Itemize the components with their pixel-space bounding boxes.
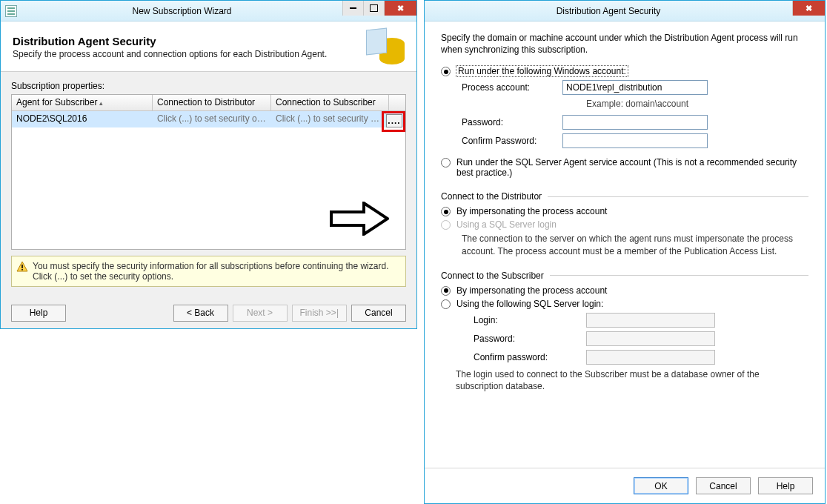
radio-dist-impersonate-label: By impersonating the process account	[456, 206, 607, 216]
radio-icon[interactable]	[441, 158, 451, 168]
cell-distributor[interactable]: Click (...) to set security opti...	[153, 111, 271, 127]
radio-icon[interactable]	[441, 286, 451, 296]
ok-button[interactable]: OK	[634, 477, 688, 494]
wizard-title: New Subscription Wizard	[21, 6, 342, 16]
process-account-input[interactable]	[562, 80, 708, 95]
help-button[interactable]: Help	[11, 305, 66, 322]
svg-rect-1	[21, 265, 23, 268]
radio-dist-sql-login: Using a SQL Server login	[441, 219, 808, 230]
radio-sub-impersonate-label: By impersonating the process account	[456, 285, 607, 296]
col-subscriber[interactable]: Connection to Subscriber	[271, 95, 389, 110]
group-connect-distributor: Connect to the Distributor	[441, 191, 808, 202]
radio-icon[interactable]	[441, 67, 451, 76]
radio-dist-sql-login-label: Using a SQL Server login	[456, 219, 557, 230]
process-account-label: Process account:	[441, 82, 562, 93]
sub-password-label: Password:	[441, 334, 586, 344]
radio-dist-impersonate[interactable]: By impersonating the process account	[441, 206, 808, 216]
radio-run-windows[interactable]: Run under the following Windows account:	[441, 66, 808, 76]
col-distributor[interactable]: Connection to Distributor	[153, 95, 271, 110]
app-icon	[5, 5, 17, 17]
back-button[interactable]: < Back	[173, 305, 228, 322]
radio-run-windows-label: Run under the following Windows account:	[456, 66, 628, 76]
sub-password-input	[586, 331, 715, 346]
warning-text: You must specify the security informatio…	[33, 261, 388, 282]
warning-panel: You must specify the security informatio…	[11, 256, 406, 287]
next-button: Next >	[233, 305, 288, 322]
radio-icon[interactable]	[441, 299, 451, 309]
group-connect-subscriber: Connect to the Subscriber	[441, 271, 808, 281]
radio-sub-sql-login-label: Using the following SQL Server login:	[456, 299, 603, 309]
cancel-button[interactable]: Cancel	[351, 305, 406, 322]
wizard-graphic	[366, 29, 405, 64]
login-label: Login:	[441, 315, 586, 325]
password-label: Password:	[441, 117, 562, 127]
close-button[interactable]	[384, 1, 416, 16]
security-dialog: Distribution Agent Security Specify the …	[424, 0, 826, 504]
svg-rect-2	[21, 269, 23, 271]
wizard-header: Distribution Agent Security Specify the …	[1, 21, 416, 72]
wizard-footer: Help < Back Next > Finish >>| Cancel	[1, 297, 416, 328]
sub-confirm-label: Confirm password:	[441, 352, 586, 362]
login-input	[586, 313, 715, 328]
finish-button: Finish >>|	[292, 305, 347, 322]
wizard-titlebar[interactable]: New Subscription Wizard	[1, 1, 416, 21]
dialog-body: Specify the domain or machine account un…	[425, 21, 825, 468]
col-agent[interactable]: Agent for Subscriber	[12, 95, 153, 110]
minimize-button[interactable]	[342, 1, 363, 16]
radio-run-sqlagent-label: Run under the SQL Server Agent service a…	[456, 157, 808, 178]
radio-run-sqlagent[interactable]: Run under the SQL Server Agent service a…	[441, 157, 808, 178]
password-input[interactable]	[562, 115, 708, 130]
dialog-close-button[interactable]	[792, 1, 825, 16]
wizard-heading: Distribution Agent Security	[13, 35, 327, 47]
dialog-title: Distribution Agent Security	[425, 6, 792, 16]
distributor-note: The connection to the server on which th…	[441, 233, 808, 256]
wizard-subheading: Specify the process account and connecti…	[13, 49, 327, 59]
grid-row[interactable]: NODE2\SQL2016 Click (...) to set securit…	[12, 111, 405, 127]
warning-icon	[16, 261, 28, 273]
dialog-footer: OK Cancel Help	[425, 468, 825, 503]
maximize-button[interactable]	[363, 1, 384, 16]
subscription-grid[interactable]: Agent for Subscriber Connection to Distr…	[11, 94, 406, 250]
dialog-titlebar[interactable]: Distribution Agent Security	[425, 1, 825, 21]
radio-sub-sql-login[interactable]: Using the following SQL Server login:	[441, 299, 808, 309]
wizard-body: Subscription properties: Agent for Subsc…	[1, 72, 416, 297]
properties-label: Subscription properties:	[11, 81, 406, 91]
subscriber-note: The login used to connect to the Subscri…	[441, 368, 808, 392]
dialog-cancel-button[interactable]: Cancel	[696, 477, 751, 494]
grid-header: Agent for Subscriber Connection to Distr…	[12, 95, 405, 111]
radio-sub-impersonate[interactable]: By impersonating the process account	[441, 285, 808, 296]
confirm-password-label: Confirm Password:	[441, 136, 562, 146]
radio-icon	[441, 220, 451, 230]
process-account-example: Example: domain\account	[441, 99, 808, 109]
radio-icon[interactable]	[441, 207, 451, 216]
wizard-window: New Subscription Wizard Distribution Age…	[0, 0, 417, 329]
ellipsis-button[interactable]: ....	[386, 114, 402, 127]
confirm-password-input[interactable]	[562, 133, 708, 148]
dialog-help-button[interactable]: Help	[758, 477, 813, 494]
sub-confirm-input	[586, 350, 715, 365]
dialog-intro: Specify the domain or machine account un…	[441, 32, 808, 56]
cell-agent: NODE2\SQL2016	[12, 111, 153, 127]
cell-subscriber[interactable]: Click (...) to set security opti...	[271, 111, 389, 127]
